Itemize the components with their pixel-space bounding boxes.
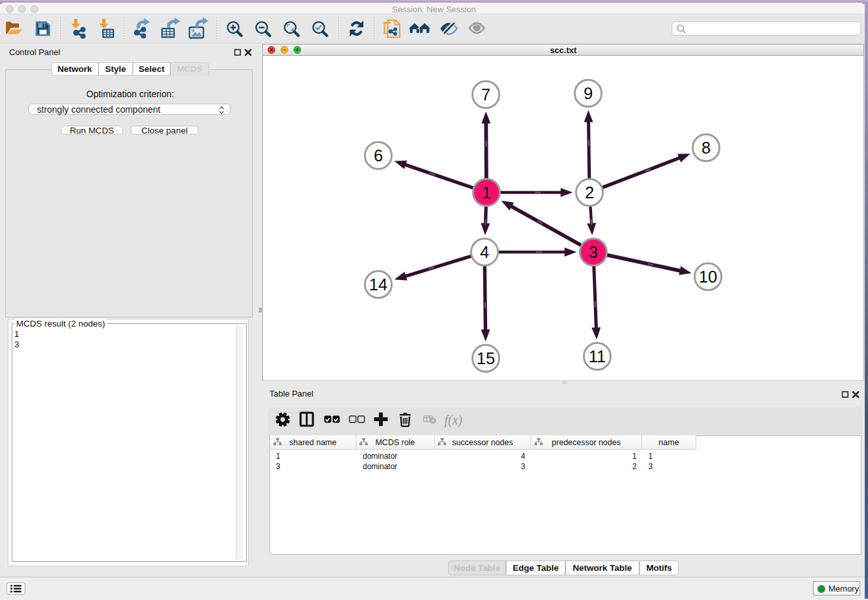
- svg-text:6: 6: [374, 146, 383, 165]
- svg-text:1: 1: [482, 183, 491, 202]
- svg-text:9: 9: [584, 84, 593, 102]
- svg-text:7: 7: [481, 86, 490, 104]
- svg-text:15: 15: [477, 349, 495, 367]
- svg-text:3: 3: [589, 243, 598, 261]
- svg-text:10: 10: [699, 268, 717, 286]
- svg-text:4: 4: [480, 243, 489, 261]
- svg-text:f(x): f(x): [444, 413, 463, 428]
- svg-text:8: 8: [702, 139, 711, 157]
- svg-text:14: 14: [369, 275, 387, 294]
- svg-text:2: 2: [585, 183, 594, 202]
- svg-text:11: 11: [589, 347, 606, 365]
